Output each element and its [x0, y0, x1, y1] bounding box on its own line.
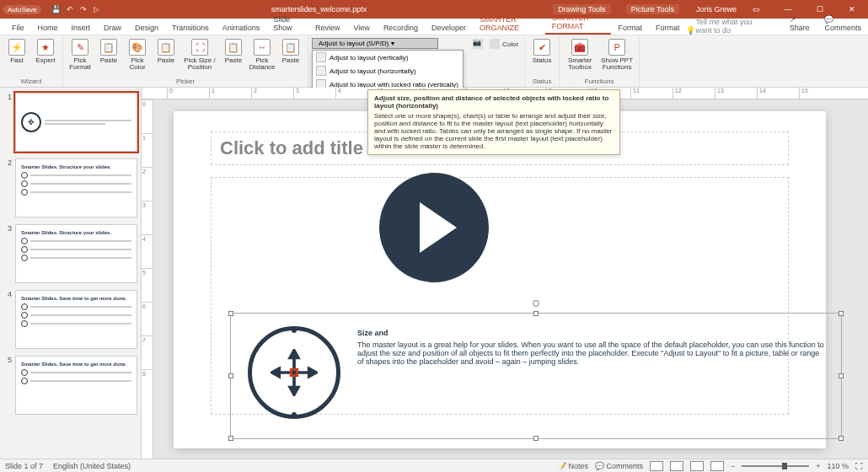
tab-slideshow[interactable]: Slide Show [266, 13, 308, 35]
slide-counter: Slide 1 of 7 [5, 462, 43, 470]
paste-format-button[interactable]: 📋Paste [95, 37, 122, 66]
svg-marker-3 [290, 388, 297, 394]
tab-transitions[interactable]: Transitions [165, 21, 216, 35]
resize-handle[interactable] [228, 311, 233, 316]
contextual-tab-picture[interactable]: Picture Tools [626, 4, 679, 14]
slide-thumbnail-panel[interactable]: 1 ✥ 2 Smarter Slides. Structure your sli… [0, 88, 142, 459]
resize-handle[interactable] [228, 436, 233, 441]
fast-button[interactable]: ⚡Fast [3, 37, 30, 66]
notes-button[interactable]: 📝 Notes [557, 462, 588, 470]
tab-recording[interactable]: Recording [377, 21, 425, 35]
resize-handle[interactable] [533, 311, 538, 316]
group-wizard: ⚡Fast ★Expert Wizard [0, 35, 63, 87]
tab-file[interactable]: File [5, 21, 31, 35]
zoom-out-icon[interactable]: − [731, 462, 735, 470]
tab-format-drawing[interactable]: Format [611, 21, 649, 35]
group-functions: 🧰Smarter Toolbox PShow PPT Functions Fun… [560, 35, 640, 87]
expert-button[interactable]: ★Expert [32, 37, 59, 66]
show-ppt-functions-button[interactable]: PShow PPT Functions [598, 37, 635, 72]
ribbon-tabs: File Home Insert Draw Design Transitions… [0, 19, 868, 35]
resize-handle[interactable] [228, 373, 233, 378]
tab-design[interactable]: Design [128, 21, 165, 35]
slide[interactable]: Click to add title [174, 111, 826, 448]
play-icon [420, 202, 457, 253]
tab-format-picture[interactable]: Format [649, 21, 687, 35]
resize-handle[interactable] [839, 436, 844, 441]
resize-handle[interactable] [533, 436, 538, 441]
user-name[interactable]: Joris Grewe [696, 5, 737, 13]
resize-handle[interactable] [839, 373, 844, 378]
paste-size-button[interactable]: 📋Paste [220, 37, 247, 66]
group-label: Functions [563, 77, 635, 85]
tab-insert[interactable]: Insert [65, 21, 98, 35]
thumb-number: 5 [3, 356, 12, 415]
autosave-toggle[interactable]: AutoSave [3, 5, 41, 14]
adjust-option-horizontal[interactable]: Adjust to layout (horizontally) [313, 64, 463, 78]
rotate-handle[interactable] [533, 300, 539, 307]
pick-distance-button[interactable]: ↔Pick Distance [249, 37, 276, 72]
tab-review[interactable]: Review [308, 21, 347, 35]
comments-toggle[interactable]: 💬 Comments [595, 462, 643, 470]
adjust-option-vertical[interactable]: Adjust to layout (vertically) [313, 51, 463, 64]
slideshow-view-icon[interactable] [710, 461, 724, 471]
zoom-slider[interactable] [742, 465, 809, 467]
thumbnail[interactable]: 2 Smarter Slides. Structure your slides. [3, 158, 137, 217]
save-icon[interactable]: 💾 [51, 4, 62, 14]
share-button[interactable]: ↗ Share [783, 13, 818, 35]
thumb-number: 2 [3, 158, 12, 217]
play-video-button[interactable] [379, 173, 489, 282]
fit-to-window-icon[interactable]: ⛶ [855, 462, 863, 470]
thumbnail[interactable]: 5 Smarter Slides. Save time to get more … [3, 356, 137, 415]
zoom-in-icon[interactable]: + [816, 462, 820, 470]
camera-button[interactable]: 📷 [470, 38, 485, 50]
slideshow-icon[interactable]: ▷ [92, 4, 102, 14]
body-placeholder[interactable]: Size and The master layout is a great he… [211, 177, 789, 415]
ribbon-options-icon[interactable]: ▭ [743, 5, 769, 13]
paste-color-button[interactable]: 📋Paste [153, 37, 179, 66]
pick-color-button[interactable]: 🎨Pick Color [124, 37, 151, 72]
thumb-number: 1 [3, 93, 12, 152]
tab-draw[interactable]: Draw [97, 21, 128, 35]
tellme-icon: 💡 [686, 26, 695, 35]
content-heading: Size and [357, 329, 824, 337]
adjust-dropdown-header[interactable]: Adjust to layout (S/P/D) ▾ [312, 38, 438, 49]
redo-icon[interactable]: ↷ [78, 4, 88, 14]
zoom-level[interactable]: 110 % [827, 462, 849, 470]
group-picker: ✎Pick Format 📋Paste 🎨Pick Color 📋Paste ⛶… [63, 35, 308, 87]
paste-distance-button[interactable]: 📋Paste [277, 37, 304, 66]
status-button[interactable]: ✔Status [528, 37, 555, 66]
undo-icon[interactable]: ↶ [65, 4, 75, 14]
group-status: ✔Status Status [525, 35, 560, 87]
tab-developer[interactable]: Developer [425, 21, 473, 35]
thumb-number: 3 [3, 224, 12, 283]
group-label: Picker [67, 77, 304, 85]
normal-view-icon[interactable] [650, 461, 663, 471]
thumb-number: 4 [3, 290, 12, 349]
ribbon: ⚡Fast ★Expert Wizard ✎Pick Format 📋Paste… [0, 35, 868, 88]
reading-view-icon[interactable] [690, 461, 704, 471]
comments-button[interactable]: 💬 Comments [817, 13, 868, 35]
sorter-view-icon[interactable] [670, 461, 683, 471]
tab-animations[interactable]: Animations [216, 21, 267, 35]
content-text[interactable]: Size and The master layout is a great he… [357, 329, 824, 366]
title-bar: AutoSave 💾 ↶ ↷ ▷ smarterslides_welcome.p… [0, 0, 868, 19]
tab-home[interactable]: Home [31, 21, 65, 35]
selected-group[interactable]: Size and The master layout is a great he… [230, 313, 842, 439]
thumbnail[interactable]: 1 ✥ [3, 93, 137, 152]
thumbnail[interactable]: 4 Smarter Slides. Save time to get more … [3, 290, 137, 349]
language-indicator[interactable]: English (United States) [53, 462, 131, 470]
pick-size-position-button[interactable]: ⛶Pick Size / Position [181, 37, 218, 72]
tell-me-input[interactable]: Tell me what you want to do [695, 18, 782, 35]
tab-smarter-organize[interactable]: SMARTER ORGANIZE [473, 13, 545, 35]
tab-smarter-format[interactable]: SMARTER FORMAT [545, 11, 612, 35]
smarter-toolbox-button[interactable]: 🧰Smarter Toolbox [563, 37, 597, 72]
arrows-icon[interactable] [248, 326, 340, 419]
color-button[interactable]: Color [487, 38, 521, 50]
pick-format-button[interactable]: ✎Pick Format [67, 37, 94, 72]
tab-view[interactable]: View [347, 21, 377, 35]
option-icon [316, 66, 326, 76]
resize-handle[interactable] [839, 311, 844, 316]
document-title: smarterslides_welcome.pptx [102, 5, 537, 13]
thumbnail[interactable]: 3 Smarter Slides. Structure your slides. [3, 224, 137, 283]
adjust-dropdown-label: Adjust to layout (S/P/D) [319, 40, 388, 47]
